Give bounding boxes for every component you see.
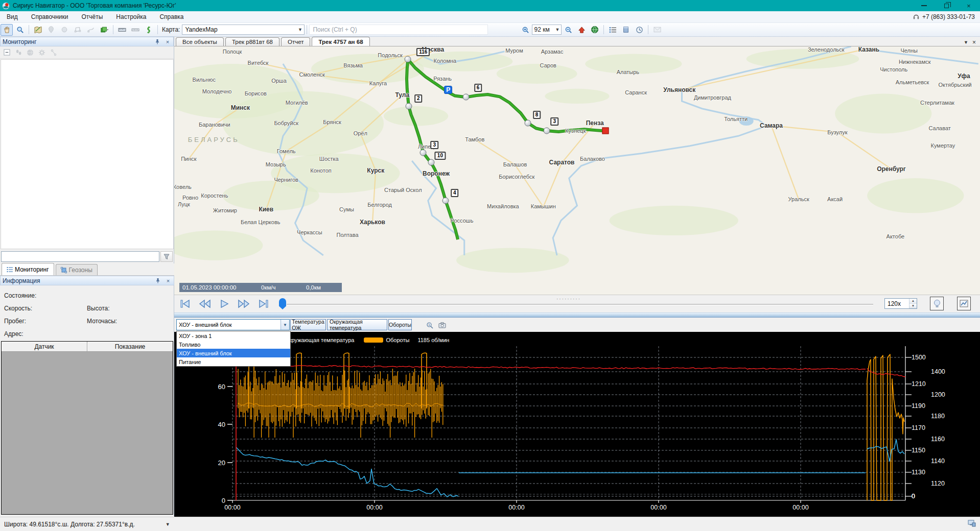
search-input[interactable]: Поиск (Ctrl + Q): [309, 25, 488, 35]
tab-geozones[interactable]: Геозоны: [56, 264, 98, 275]
toggle-coolant-temp[interactable]: Температура ОЖ: [290, 319, 326, 330]
route-number-marker[interactable]: 116: [416, 48, 430, 56]
dropdown-option[interactable]: ХОУ - внешний блок: [177, 349, 290, 357]
ruler-icon[interactable]: [116, 24, 128, 36]
route-waypoint-marker[interactable]: [428, 159, 435, 166]
magnifier-icon[interactable]: [14, 24, 26, 36]
add-pin-icon[interactable]: [45, 24, 57, 36]
route-number-marker[interactable]: 2: [414, 94, 423, 103]
add-circle-icon[interactable]: [58, 24, 71, 36]
toggle-rpm[interactable]: Обороты: [388, 319, 412, 330]
route-finish-marker[interactable]: [602, 128, 609, 134]
map-tab-3[interactable]: Трек 4757 ан 68: [312, 37, 369, 46]
skip-end-button[interactable]: [256, 297, 270, 310]
objects-tree[interactable]: [1, 59, 174, 249]
fast-forward-button[interactable]: [237, 297, 251, 310]
dropdown-option[interactable]: Питание: [177, 357, 290, 366]
sensors-icon[interactable]: [49, 47, 59, 58]
close-icon[interactable]: ×: [164, 38, 171, 45]
toggle-ambient-temp[interactable]: Окружающая температура: [327, 319, 387, 330]
close-icon[interactable]: ×: [165, 277, 172, 284]
route-waypoint-marker[interactable]: [462, 94, 469, 101]
filter-button[interactable]: [160, 251, 173, 262]
sheet-icon[interactable]: [620, 24, 632, 36]
dropdown-option[interactable]: Топливо: [177, 340, 290, 349]
map-edit-icon[interactable]: [32, 24, 44, 36]
map-tab-2[interactable]: Отчет: [281, 37, 311, 46]
sensor-select[interactable]: ХОУ - внешний блок ▼: [176, 319, 290, 330]
timeline-slider[interactable]: [287, 304, 873, 305]
zoom-level-select[interactable]: 92 км ▼: [532, 25, 562, 35]
pin-icon[interactable]: [154, 38, 161, 45]
clock-icon[interactable]: [633, 24, 645, 36]
chevron-down-icon[interactable]: ▼: [281, 320, 289, 330]
spin-up-icon[interactable]: ▲: [909, 299, 917, 304]
tab-monitoring[interactable]: Мониторинг: [2, 263, 54, 275]
rewind-button[interactable]: [198, 297, 212, 310]
add-polygon-icon[interactable]: [72, 24, 84, 36]
map-select[interactable]: YandexMap ▼: [182, 25, 305, 35]
show-on-map-icon[interactable]: [25, 47, 35, 58]
route-cost-icon[interactable]: [143, 24, 155, 36]
route-number-marker[interactable]: 4: [451, 189, 459, 197]
settings-gear-icon[interactable]: [37, 47, 47, 58]
route-waypoint-marker[interactable]: [525, 119, 531, 126]
chevron-down-icon[interactable]: ▼: [555, 27, 560, 32]
route-number-marker[interactable]: 6: [474, 84, 482, 92]
home-view-icon[interactable]: [575, 24, 588, 36]
chevron-down-icon[interactable]: ▼: [296, 27, 304, 32]
maximize-button[interactable]: [935, 0, 958, 11]
route-number-marker[interactable]: 3: [551, 117, 559, 126]
tab-list-dropdown-icon[interactable]: ▼: [964, 40, 968, 45]
route-waypoint-marker[interactable]: [420, 149, 427, 156]
chart-area[interactable]: 1500140012101200119011801170116011501140…: [174, 332, 980, 517]
map-tab-1[interactable]: Трек р881вт 68: [225, 37, 279, 46]
monitoring-search-input[interactable]: [1, 251, 159, 262]
layers-icon[interactable]: [98, 24, 110, 36]
menu-view[interactable]: Вид: [0, 11, 25, 23]
route-waypoint-marker[interactable]: [405, 56, 411, 63]
skip-start-button[interactable]: [178, 297, 193, 310]
column-header-value[interactable]: Показание: [87, 342, 173, 352]
menu-help[interactable]: Справка: [153, 11, 190, 23]
route-waypoint-marker[interactable]: [405, 103, 412, 109]
menu-reports[interactable]: Отчёты: [75, 11, 109, 23]
small-ruler-icon[interactable]: [129, 24, 142, 36]
camera-icon[interactable]: [437, 320, 447, 330]
globe-icon[interactable]: [589, 24, 601, 36]
map-tab-0[interactable]: Все объекты: [176, 37, 224, 46]
hand-tool-icon[interactable]: [1, 24, 13, 36]
mail-icon[interactable]: [651, 24, 663, 36]
menu-settings[interactable]: Настройка: [109, 11, 153, 23]
trace-light-button[interactable]: [930, 297, 944, 310]
route-number-marker[interactable]: 8: [533, 111, 541, 119]
dropdown-option[interactable]: ХОУ - зона 1: [177, 331, 290, 340]
route-number-marker[interactable]: 3: [431, 141, 439, 149]
list-icon[interactable]: [606, 24, 619, 36]
zoom-out-icon[interactable]: [562, 24, 574, 36]
pin-icon[interactable]: [154, 277, 161, 284]
column-header-sensor[interactable]: Датчик: [2, 342, 87, 352]
follow-object-icon[interactable]: [13, 47, 24, 58]
spin-down-icon[interactable]: ▼: [909, 304, 917, 309]
route-waypoint-marker[interactable]: [543, 127, 550, 134]
horizontal-splitter[interactable]: [174, 312, 980, 318]
collapse-all-icon[interactable]: [2, 47, 12, 58]
playback-speed-stepper[interactable]: 120x ▲▼: [884, 298, 917, 309]
map-canvas[interactable]: МоскваПодольскКоломнаМуромАрзамасСаровАл…: [174, 46, 980, 295]
minimize-button[interactable]: [913, 0, 935, 11]
tab-close-icon[interactable]: ×: [972, 39, 976, 46]
close-button[interactable]: ×: [958, 0, 980, 11]
zoom-in-icon[interactable]: [519, 24, 531, 36]
timeline-slider-thumb[interactable]: [279, 298, 286, 309]
route-waypoint-marker[interactable]: [442, 198, 449, 204]
play-button[interactable]: [217, 297, 231, 310]
add-polyline-icon[interactable]: [85, 24, 97, 36]
menu-directories[interactable]: Справочники: [25, 11, 75, 23]
parking-marker[interactable]: P: [444, 86, 452, 94]
show-chart-button[interactable]: [957, 297, 971, 310]
route-number-marker[interactable]: 10: [435, 152, 446, 160]
chart-zoom-icon[interactable]: 1: [425, 320, 435, 330]
splitter-grip[interactable]: ·········: [556, 296, 581, 302]
chevron-down-icon[interactable]: ▼: [166, 522, 170, 527]
